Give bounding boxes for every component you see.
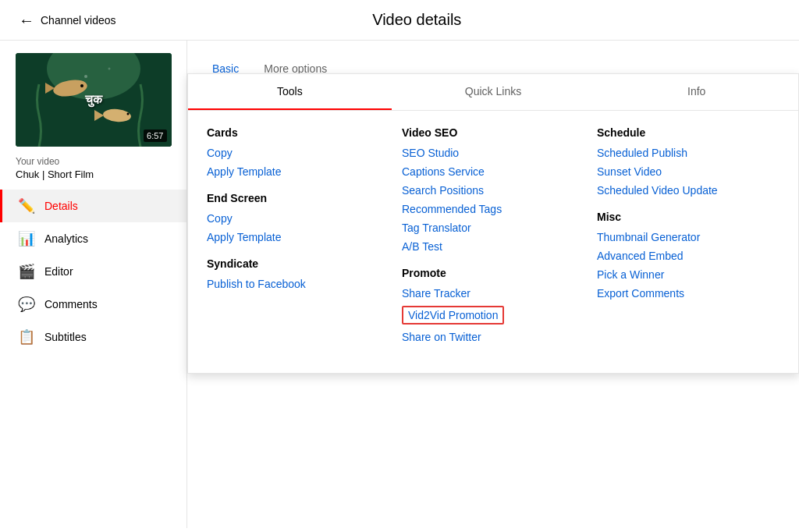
content-area: Basic More options Chuk | Short Film Too… — [187, 41, 799, 528]
captions-service-link[interactable]: Captions Service — [402, 165, 572, 178]
video-duration: 6:57 — [144, 129, 166, 142]
share-twitter-link[interactable]: Share on Twitter — [402, 331, 572, 343]
dropdown-content: Cards Copy Apply Template End Screen Cop… — [188, 111, 798, 373]
sidebar-item-analytics[interactable]: 📊 Analytics — [0, 222, 186, 255]
scheduled-video-update-link[interactable]: Scheduled Video Update — [597, 184, 767, 197]
video-preview: चुक 6:57 — [16, 53, 172, 147]
pencil-icon: ✏️ — [18, 197, 34, 215]
dropdown-panel: Tools Quick Links Info Cards Copy Apply … — [187, 73, 799, 374]
pick-a-winner-link[interactable]: Pick a Winner — [597, 268, 767, 281]
col-schedule-section: Schedule Scheduled Publish Sunset Video … — [597, 126, 767, 197]
promote-header: Promote — [402, 267, 572, 279]
page-title: Video details — [116, 11, 780, 29]
nav-label-details: Details — [44, 200, 78, 212]
svg-point-4 — [80, 84, 83, 87]
video-title-label: Chuk | Short Film — [0, 168, 186, 190]
sidebar: चुक 6:57 Your video Chuk | Short Film ✏️… — [0, 41, 187, 528]
svg-point-8 — [84, 75, 87, 78]
editor-icon: 🎬 — [18, 263, 34, 280]
dropdown-tab-info[interactable]: Info — [595, 74, 798, 110]
comments-icon: 💬 — [18, 296, 34, 313]
share-tracker-link[interactable]: Share Tracker — [402, 287, 572, 300]
ab-test-link[interactable]: A/B Test — [402, 240, 572, 253]
sidebar-item-subtitles[interactable]: 📋 Subtitles — [0, 321, 186, 353]
back-arrow-icon: ← — [19, 12, 34, 28]
sidebar-item-comments[interactable]: 💬 Comments — [0, 288, 186, 321]
nav-label-comments: Comments — [44, 298, 98, 310]
videoseo-header: Video SEO — [402, 126, 572, 139]
nav-label-editor: Editor — [44, 265, 73, 278]
sidebar-item-editor[interactable]: 🎬 Editor — [0, 255, 186, 288]
export-comments-link[interactable]: Export Comments — [597, 287, 767, 300]
nav-label-analytics: Analytics — [44, 232, 88, 245]
subtitles-icon: 📋 — [18, 328, 34, 346]
tag-translator-link[interactable]: Tag Translator — [402, 222, 572, 234]
thumbnail-generator-link[interactable]: Thumbnail Generator — [597, 231, 767, 243]
misc-header: Misc — [597, 211, 767, 223]
recommended-tags-link[interactable]: Recommended Tags — [402, 203, 572, 215]
sunset-video-link[interactable]: Sunset Video — [597, 165, 767, 178]
nav-label-subtitles: Subtitles — [44, 331, 87, 343]
back-button[interactable]: ← Channel videos — [19, 12, 116, 28]
dropdown-tabs: Tools Quick Links Info — [188, 74, 798, 111]
col-misc-section: Misc Thumbnail Generator Advanced Embed … — [597, 211, 767, 300]
col-endscreen-section: End Screen Copy Apply Template — [207, 192, 377, 243]
cards-apply-link[interactable]: Apply Template — [207, 165, 377, 178]
advanced-embed-link[interactable]: Advanced Embed — [597, 250, 767, 262]
endscreen-header: End Screen — [207, 192, 377, 204]
col-promote-section: Promote Share Tracker Vid2Vid Promotion … — [402, 267, 572, 343]
top-bar: ← Channel videos Video details — [0, 0, 799, 41]
col-syndicate-section: Syndicate Publish to Facebook — [207, 257, 377, 290]
schedule-header: Schedule — [597, 126, 767, 139]
analytics-icon: 📊 — [18, 230, 34, 247]
endscreen-copy-link[interactable]: Copy — [207, 212, 377, 225]
svg-point-7 — [126, 113, 129, 115]
cards-header: Cards — [207, 126, 377, 139]
col-cards-section: Cards Copy Apply Template — [207, 126, 377, 178]
dropdown-tab-tools[interactable]: Tools — [188, 74, 392, 110]
endscreen-apply-link[interactable]: Apply Template — [207, 231, 377, 243]
col-seo-section: Video SEO SEO Studio Captions Service Se… — [402, 126, 572, 253]
search-positions-link[interactable]: Search Positions — [402, 184, 572, 197]
cards-copy-link[interactable]: Copy — [207, 147, 377, 159]
main-layout: चुक 6:57 Your video Chuk | Short Film ✏️… — [0, 41, 799, 528]
video-overlay-text: चुक — [85, 93, 102, 107]
publish-facebook-link[interactable]: Publish to Facebook — [207, 278, 377, 290]
svg-point-9 — [108, 68, 110, 70]
scheduled-publish-link[interactable]: Scheduled Publish — [597, 147, 767, 159]
col-schedule: Schedule Scheduled Publish Sunset Video … — [584, 126, 779, 357]
seo-studio-link[interactable]: SEO Studio — [402, 147, 572, 159]
col-cards: Cards Copy Apply Template End Screen Cop… — [207, 126, 389, 357]
back-label: Channel videos — [41, 14, 116, 27]
your-video-label: Your video — [0, 156, 186, 168]
col-videoseo: Video SEO SEO Studio Captions Service Se… — [389, 126, 584, 357]
syndicate-header: Syndicate — [207, 257, 377, 270]
dropdown-tab-quicklinks[interactable]: Quick Links — [392, 74, 595, 110]
sidebar-item-details[interactable]: ✏️ Details — [0, 190, 186, 222]
vid2vid-promotion-link[interactable]: Vid2Vid Promotion — [402, 306, 504, 325]
